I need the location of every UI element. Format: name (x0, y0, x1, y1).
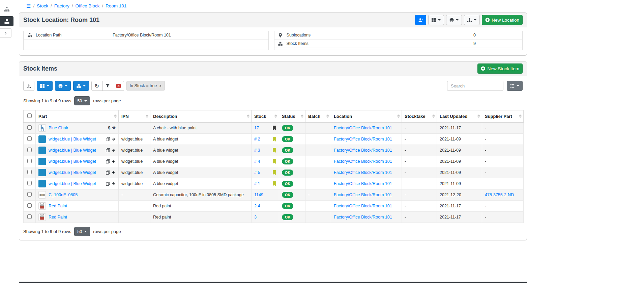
column-header-desc[interactable]: Description (150, 110, 252, 123)
table-view-dropdown[interactable] (507, 81, 523, 91)
menu-bars-icon[interactable]: ☰ (26, 3, 31, 8)
row-checkbox[interactable] (27, 203, 32, 208)
location-link[interactable]: Factory/Office Block/Room 101 (334, 204, 392, 208)
breadcrumb-link-stock[interactable]: Stock (37, 3, 48, 8)
page-size-dropdown[interactable]: 50 (74, 227, 90, 236)
location-stats-table: Sublocations 0 Stock Items 9 (274, 31, 523, 50)
row-checkbox[interactable] (27, 214, 32, 219)
stock-quantity-link[interactable]: # 4 (254, 159, 260, 164)
new-stock-item-button[interactable]: New Stock Item (477, 63, 523, 74)
barcode-actions-dropdown[interactable] (37, 81, 53, 91)
location-header-buttons: New Location (415, 15, 523, 25)
print-actions-dropdown[interactable] (55, 81, 71, 91)
stock-quantity-link[interactable]: # 3 (254, 148, 260, 153)
boxes-icon (278, 42, 283, 46)
part-thumbnail-blue-widget (38, 147, 46, 154)
stock-quantity-link[interactable]: 3 (254, 215, 257, 220)
location-link[interactable]: Factory/Office Block/Room 101 (334, 181, 392, 186)
part-link[interactable]: widget.blue | Blue Widget (49, 181, 96, 186)
stock-quantity-link[interactable]: # 2 (254, 137, 260, 142)
dollar-icon: $ (108, 126, 111, 130)
column-header-part[interactable]: Part (36, 110, 119, 123)
row-checkbox[interactable] (27, 192, 32, 197)
location-link[interactable]: Factory/Office Block/Room 101 (334, 192, 392, 197)
sidebar-item-categories[interactable] (0, 4, 13, 14)
stock-quantity-link[interactable]: 2.4 (254, 204, 260, 208)
breadcrumb-link-office-block[interactable]: Office Block (76, 3, 100, 8)
column-header-supplier[interactable]: Supplier Part (482, 110, 524, 123)
page-title: Stock Location: Room 101 (23, 17, 99, 24)
footer-edge (19, 282, 527, 283)
part-link[interactable]: Blue Chair (49, 126, 68, 130)
row-checkbox[interactable] (27, 159, 32, 163)
column-header-updated[interactable]: Last Updated (437, 110, 482, 123)
location-link[interactable]: Factory/Office Block/Room 101 (334, 170, 392, 175)
column-header-stocktake[interactable]: Stocktake (402, 110, 437, 123)
page-size-dropdown[interactable]: 50 (74, 96, 90, 105)
table-row: widget.blue | Blue Widget widget.blue A … (24, 134, 524, 145)
barcode-actions-dropdown[interactable] (428, 15, 444, 25)
part-link[interactable]: Red Paint (49, 215, 67, 220)
download-button[interactable] (23, 81, 34, 91)
part-link[interactable]: widget.blue | Blue Widget (49, 137, 96, 142)
page-size-value: 50 (77, 229, 82, 234)
last-updated-value: 2021-11-09 (440, 137, 461, 142)
part-link[interactable]: C_100nF_0805 (49, 192, 78, 197)
filter-button[interactable] (102, 81, 113, 91)
stock-quantity-link[interactable]: 17 (254, 126, 259, 130)
status-badge: OK (282, 170, 293, 176)
row-checkbox[interactable] (27, 181, 32, 185)
select-all-checkbox[interactable] (27, 113, 32, 118)
location-link[interactable]: Factory/Office Block/Room 101 (334, 215, 392, 220)
column-label: Batch (308, 114, 320, 119)
sidebar-expand-button[interactable] (0, 28, 11, 38)
boxes-icon (77, 84, 81, 88)
location-link[interactable]: Factory/Office Block/Room 101 (334, 159, 392, 164)
grid-icon (432, 18, 436, 22)
stocktake-value: - (405, 126, 406, 130)
admin-user-button[interactable] (415, 15, 426, 25)
supplier-part-value: - (485, 170, 486, 175)
location-link[interactable]: Factory/Office Block/Room 101 (334, 148, 392, 153)
status-badge: OK (282, 181, 293, 187)
copy-icon (106, 159, 110, 163)
location-link[interactable]: Factory/Office Block/Room 101 (334, 137, 392, 142)
stock-quantity-link[interactable]: # 1 (254, 181, 260, 186)
last-updated-value: 2021-11-17 (440, 215, 461, 220)
new-location-button[interactable]: New Location (482, 15, 523, 25)
location-link[interactable]: Factory/Office Block/Room 101 (334, 126, 392, 130)
breadcrumb-link-factory[interactable]: Factory (54, 3, 69, 8)
column-header-ipn[interactable]: IPN (119, 110, 150, 123)
search-input[interactable] (447, 81, 503, 91)
location-path-value: Factory/Office Block/Room 101 (113, 33, 171, 37)
row-checkbox[interactable] (27, 136, 32, 141)
column-header-batch[interactable]: Batch (305, 110, 331, 123)
caret-down-icon (84, 100, 87, 102)
column-header-stock[interactable]: Stock (252, 110, 279, 123)
description-value: A chair - with blue paint (153, 126, 197, 130)
sidebar-item-locations[interactable] (0, 16, 13, 26)
row-checkbox[interactable] (27, 125, 32, 130)
print-actions-dropdown[interactable] (446, 15, 462, 25)
sort-icon (247, 114, 250, 118)
last-updated-value: 2021-12-20 (440, 192, 461, 197)
refresh-button[interactable]: ↻ (91, 81, 103, 91)
filter-chip-remove[interactable]: x (159, 83, 162, 88)
row-checkbox[interactable] (27, 170, 32, 174)
row-checkbox[interactable] (27, 148, 32, 152)
part-link[interactable]: widget.blue | Blue Widget (49, 159, 96, 164)
stock-options-dropdown[interactable] (73, 81, 89, 91)
stock-quantity-link[interactable]: 1149 (254, 192, 263, 197)
stock-quantity-link[interactable]: # 5 (254, 170, 260, 175)
part-link[interactable]: Red Paint (49, 204, 67, 208)
column-header-loc[interactable]: Location (331, 110, 402, 123)
location-actions-dropdown[interactable] (464, 15, 480, 25)
part-link[interactable]: widget.blue | Blue Widget (49, 148, 96, 153)
column-header-status[interactable]: Status (279, 110, 305, 123)
caret-down-icon (65, 85, 67, 86)
status-badge: OK (282, 136, 293, 142)
clear-filters-button[interactable] (113, 81, 124, 91)
breadcrumb-link-room-101[interactable]: Room 101 (106, 3, 126, 8)
part-link[interactable]: widget.blue | Blue Widget (49, 170, 96, 175)
supplier-part-link[interactable]: 478-3755-2-ND (485, 192, 514, 197)
